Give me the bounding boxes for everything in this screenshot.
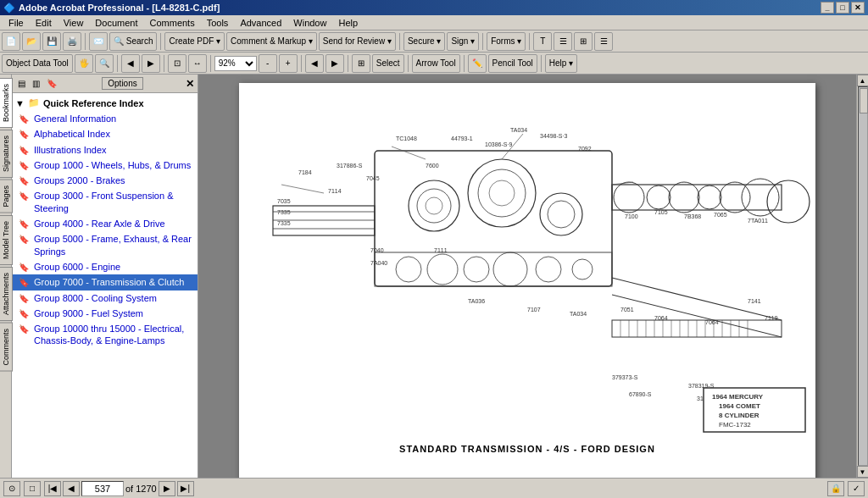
fit-page-btn[interactable]: ⊡ bbox=[168, 54, 186, 73]
bookmark-group-8000[interactable]: 🔖 Group 8000 - Cooling System bbox=[12, 290, 198, 306]
back-btn[interactable]: ◀ bbox=[121, 54, 140, 73]
hand-tool-btn[interactable]: 🖐 bbox=[75, 54, 93, 73]
bookmark-illustrations-index[interactable]: 🔖 Illustrations Index bbox=[12, 142, 198, 158]
zoom-in-btn[interactable]: 🔍 bbox=[95, 54, 114, 73]
next-page-btn[interactable]: ▶ bbox=[326, 54, 344, 73]
diagram-area: 7035 7335 7335 317886-S 7045 7600 10386-… bbox=[239, 83, 815, 440]
signatures-tab[interactable]: Signatures bbox=[0, 130, 13, 178]
draw-btns[interactable]: ✏️ bbox=[468, 54, 487, 73]
print-button[interactable]: 🖨️ bbox=[63, 32, 81, 51]
sidebar-icon-2[interactable]: ▥ bbox=[30, 78, 42, 89]
pages-tab[interactable]: Pages bbox=[0, 180, 13, 213]
forward-btn[interactable]: ▶ bbox=[142, 54, 160, 73]
arrow-tool-btn[interactable]: Arrow Tool bbox=[412, 54, 460, 73]
bookmarks-panel: ▤ ▥ 🔖 Options ✕ ▼ 📁 Quick Reference Inde… bbox=[12, 75, 198, 478]
bookmark-icon-0: 🔖 bbox=[19, 113, 31, 125]
tools-extra-btn[interactable]: ⊞ bbox=[352, 54, 370, 73]
comments-tab-left[interactable]: Comments bbox=[0, 323, 13, 372]
menu-comments[interactable]: Comments bbox=[145, 17, 200, 29]
zoom-in-btn2[interactable]: + bbox=[279, 54, 298, 73]
email-button[interactable]: ✉️ bbox=[89, 32, 108, 51]
model-tree-tab[interactable]: Model Tree bbox=[0, 215, 13, 265]
forms-button[interactable]: Forms ▾ bbox=[487, 32, 526, 51]
svg-text:44793-1: 44793-1 bbox=[451, 136, 473, 141]
attachments-tab[interactable]: Attachments bbox=[0, 267, 13, 321]
options-button[interactable]: Options bbox=[102, 77, 142, 90]
bookmark-general-information[interactable]: 🔖 General Information bbox=[12, 111, 198, 126]
menu-advanced[interactable]: Advanced bbox=[235, 17, 287, 29]
bookmark-group-2000[interactable]: 🔖 Groups 2000 - Brakes bbox=[12, 173, 198, 188]
open-button[interactable]: 📂 bbox=[22, 32, 41, 51]
scroll-down-button[interactable]: ▼ bbox=[857, 466, 869, 478]
object-data-tool-button[interactable]: Object Data Tool bbox=[2, 54, 73, 73]
pencil-tool-btn[interactable]: Pencil Tool bbox=[488, 54, 537, 73]
sidebar-close-button[interactable]: ✕ bbox=[186, 78, 194, 90]
typewriter-button[interactable]: T bbox=[533, 32, 552, 51]
extra-btn1[interactable]: ⊞ bbox=[574, 32, 593, 51]
first-page-button[interactable]: |◀ bbox=[44, 481, 61, 496]
bookmark-icon-1: 🔖 bbox=[19, 129, 31, 140]
zoom-select[interactable]: 92% 50% 75% 100% 125% 150% bbox=[214, 56, 257, 71]
next-page-button[interactable]: ▶ bbox=[159, 481, 175, 496]
save-button[interactable]: 💾 bbox=[42, 32, 61, 51]
minimize-button[interactable]: _ bbox=[821, 2, 834, 14]
menu-tools[interactable]: Tools bbox=[202, 17, 234, 29]
menu-help[interactable]: Help bbox=[333, 17, 363, 29]
svg-text:7335: 7335 bbox=[277, 209, 291, 215]
sidebar-icon-1[interactable]: ▤ bbox=[15, 78, 28, 89]
select-tool-btn[interactable]: Select bbox=[372, 54, 404, 73]
svg-text:7040: 7040 bbox=[370, 247, 384, 253]
bookmark-group-10000[interactable]: 🔖 Group 10000 thru 15000 - Electrical, C… bbox=[12, 321, 198, 349]
new-button[interactable]: 📄 bbox=[2, 32, 20, 51]
svg-text:7092: 7092 bbox=[578, 146, 592, 152]
status-icon-2[interactable]: □ bbox=[24, 481, 41, 496]
secure-button[interactable]: Secure ▾ bbox=[403, 32, 445, 51]
security-icon[interactable]: 🔒 bbox=[827, 481, 844, 496]
menu-window[interactable]: Window bbox=[288, 17, 331, 29]
help-btn[interactable]: Help ▾ bbox=[545, 54, 577, 73]
root-label: Quick Reference Index bbox=[43, 98, 144, 108]
menu-edit[interactable]: Edit bbox=[31, 17, 57, 29]
maximize-button[interactable]: □ bbox=[836, 2, 849, 14]
touchup-button[interactable]: ☰ bbox=[554, 32, 572, 51]
zoom-out-btn[interactable]: - bbox=[259, 54, 277, 73]
search-button[interactable]: 🔍 Search bbox=[109, 32, 157, 51]
main-layout: Bookmarks Signatures Pages Model Tree At… bbox=[0, 75, 868, 478]
bookmark-group-5000[interactable]: 🔖 Group 5000 - Frame, Exhaust, & Rear Sp… bbox=[12, 231, 198, 259]
bookmark-group-7000[interactable]: 🔖 Group 7000 - Transmission & Clutch bbox=[12, 274, 198, 290]
close-button[interactable]: ✕ bbox=[851, 2, 865, 14]
content-area: 151 bbox=[198, 75, 856, 478]
sidebar-icon-3[interactable]: 🔖 bbox=[44, 78, 59, 89]
status-icon-1[interactable]: ⊙ bbox=[3, 481, 20, 496]
comment-markup-button[interactable]: Comment & Markup ▾ bbox=[226, 32, 317, 51]
scroll-up-button[interactable]: ▲ bbox=[857, 75, 869, 86]
scroll-thumb[interactable] bbox=[860, 88, 868, 113]
bookmark-alphabetical-index[interactable]: 🔖 Alphabetical Index bbox=[12, 126, 198, 141]
svg-text:7051: 7051 bbox=[620, 307, 634, 313]
bookmark-icon-12: 🔖 bbox=[19, 324, 31, 335]
create-pdf-button[interactable]: Create PDF ▾ bbox=[164, 32, 225, 51]
page-number-input[interactable] bbox=[81, 481, 124, 496]
certified-icon[interactable]: ✓ bbox=[848, 481, 865, 496]
bookmark-group-1000[interactable]: 🔖 Group 1000 - Wheels, Hubs, & Drums bbox=[12, 158, 198, 173]
scroll-track[interactable] bbox=[858, 86, 868, 466]
bookmark-group-3000[interactable]: 🔖 Group 3000 - Front Suspension & Steeri… bbox=[12, 188, 198, 216]
bookmark-group-9000[interactable]: 🔖 Group 9000 - Fuel System bbox=[12, 306, 198, 321]
menu-document[interactable]: Document bbox=[90, 17, 142, 29]
bookmarks-tab[interactable]: Bookmarks bbox=[0, 78, 13, 128]
tree-root-item[interactable]: ▼ 📁 Quick Reference Index bbox=[12, 95, 198, 111]
last-page-button[interactable]: ▶| bbox=[177, 481, 194, 496]
bookmark-label-2: Illustrations Index bbox=[34, 144, 194, 156]
send-review-button[interactable]: Send for Review ▾ bbox=[319, 32, 396, 51]
bookmark-group-4000[interactable]: 🔖 Group 4000 - Rear Axle & Drive bbox=[12, 216, 198, 231]
prev-page-btn[interactable]: ◀ bbox=[305, 54, 324, 73]
sign-button[interactable]: Sign ▾ bbox=[447, 32, 479, 51]
prev-page-button[interactable]: ◀ bbox=[63, 481, 80, 496]
extra-btn2[interactable]: ☰ bbox=[594, 32, 613, 51]
bookmark-label-3: Group 1000 - Wheels, Hubs, & Drums bbox=[34, 159, 194, 171]
menu-view[interactable]: View bbox=[58, 17, 89, 29]
menu-file[interactable]: File bbox=[3, 17, 29, 29]
fit-width-btn[interactable]: ↔ bbox=[188, 54, 207, 73]
separator-10 bbox=[348, 55, 348, 72]
bookmark-group-6000[interactable]: 🔖 Group 6000 - Engine bbox=[12, 259, 198, 274]
